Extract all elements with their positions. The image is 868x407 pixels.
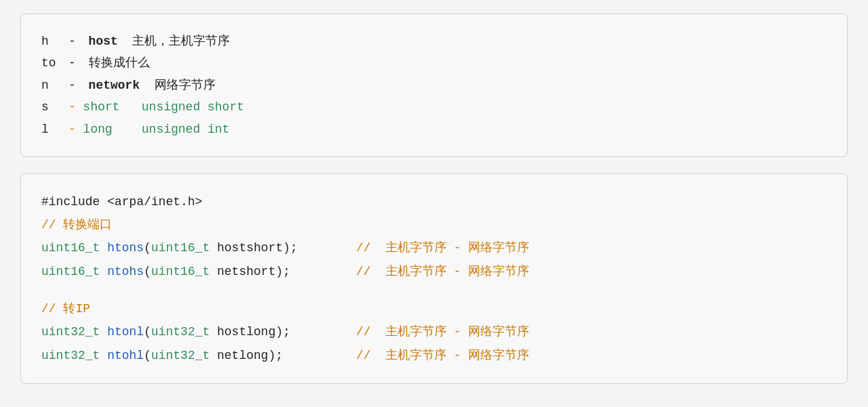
comment-port: // 转换端口 <box>41 213 112 236</box>
ntohs-comment: // 主机字节序 - 网络字节序 <box>356 260 530 283</box>
text-to-desc: 转换成什么 <box>89 52 150 74</box>
key-n: n <box>41 74 68 96</box>
ntohs-line: uint16_t ntohs ( uint16_t netshort); // … <box>41 260 827 283</box>
text-long: long <box>83 119 112 140</box>
ntohs-paren-open: ( <box>144 260 151 283</box>
htonl-param-type: uint32_t <box>151 320 217 343</box>
htonl-param: hostlong); <box>217 320 356 343</box>
dash-n: - <box>68 74 83 96</box>
include-line: #include <arpa/inet.h> <box>41 190 827 213</box>
dash-to: - <box>68 52 83 74</box>
text-unsigned-short: unsigned short <box>120 96 245 118</box>
line-l: l - long unsigned int <box>41 119 827 140</box>
line-n: n - network 网络字节序 <box>41 74 827 96</box>
htonl-paren-open: ( <box>144 320 151 343</box>
htons-comment: // 主机字节序 - 网络字节序 <box>356 236 530 259</box>
htons-line: uint16_t htons ( uint16_t hostshort); //… <box>41 236 827 259</box>
code-block-1: h - host 主机，主机字节序 to - 转换成什么 n - network… <box>20 14 848 157</box>
comment-port-line: // 转换端口 <box>41 213 827 236</box>
key-h: h <box>41 30 68 52</box>
text-unsigned-int: unsigned int <box>112 119 230 140</box>
htonl-func: htonl <box>107 320 144 343</box>
htons-param: hostshort); <box>217 236 356 259</box>
htons-paren-open: ( <box>144 236 151 259</box>
key-to: to <box>41 52 68 74</box>
key-l: l <box>41 119 68 140</box>
ntohs-param: netshort); <box>217 260 356 283</box>
blank-line-1 <box>41 283 827 298</box>
dash-l: - <box>68 119 83 140</box>
comment-ip: // 转IP <box>41 297 90 320</box>
htonl-comment: // 主机字节序 - 网络字节序 <box>356 320 530 343</box>
ntohl-paren-open: ( <box>144 344 151 367</box>
ntohl-param-type: uint32_t <box>151 344 217 367</box>
ntohs-return-type: uint16_t <box>41 260 107 283</box>
htons-param-type: uint16_t <box>151 236 217 259</box>
htons-func: htons <box>107 236 144 259</box>
line-h: h - host 主机，主机字节序 <box>41 30 827 52</box>
htonl-line: uint32_t htonl ( uint32_t hostlong); // … <box>41 320 827 343</box>
key-s: s <box>41 96 68 118</box>
htons-return-type: uint16_t <box>41 236 107 259</box>
text-host-desc: 主机，主机字节序 <box>118 30 230 52</box>
ntohl-return-type: uint32_t <box>41 344 107 367</box>
ntohl-line: uint32_t ntohl ( uint32_t netlong); // 主… <box>41 344 827 367</box>
code-block-2: #include <arpa/inet.h> // 转换端口 uint16_t … <box>20 173 848 384</box>
ntohl-comment: // 主机字节序 - 网络字节序 <box>356 344 530 367</box>
dash-h: - <box>68 30 83 52</box>
text-short: short <box>83 96 120 118</box>
line-to: to - 转换成什么 <box>41 52 827 74</box>
text-host: host <box>89 30 118 52</box>
comment-ip-line: // 转IP <box>41 297 827 320</box>
ntohl-param: netlong); <box>217 344 356 367</box>
text-network: network <box>89 74 140 96</box>
include-text: #include <arpa/inet.h> <box>41 190 203 213</box>
htonl-return-type: uint32_t <box>41 320 107 343</box>
line-s: s - short unsigned short <box>41 96 827 118</box>
ntohs-func: ntohs <box>107 260 144 283</box>
text-network-desc: 网络字节序 <box>140 74 215 96</box>
ntohs-param-type: uint16_t <box>151 260 217 283</box>
ntohl-func: ntohl <box>107 344 144 367</box>
dash-s: - <box>68 96 83 118</box>
